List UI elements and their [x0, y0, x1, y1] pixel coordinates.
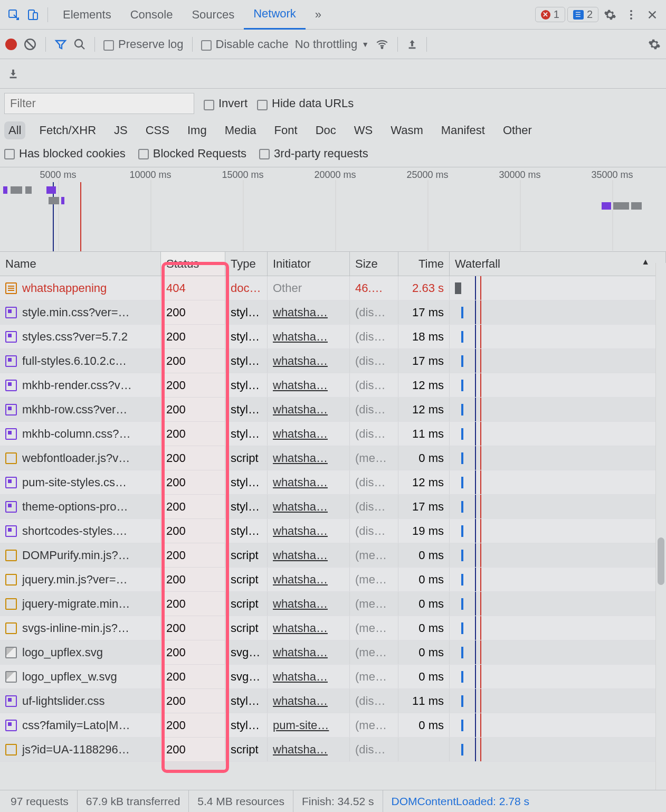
table-row[interactable]: DOMPurify.min.js?…200scriptwhatsha…(me…0…: [0, 543, 666, 568]
blocked-requests-checkbox[interactable]: Blocked Requests: [138, 147, 246, 160]
table-row[interactable]: jquery-migrate.min…200scriptwhatsha…(me……: [0, 592, 666, 616]
throttling-select[interactable]: No throttling▼: [295, 37, 369, 51]
tab-sources[interactable]: Sources: [182, 0, 244, 30]
filter-type-css[interactable]: CSS: [141, 121, 174, 139]
table-row[interactable]: uf-lightslider.css200styl…whatsha…(dis…1…: [0, 689, 666, 713]
col-size[interactable]: Size: [350, 252, 398, 276]
gear-icon[interactable]: [601, 5, 620, 24]
filter-type-js[interactable]: JS: [110, 121, 132, 139]
table-row[interactable]: webfontloader.js?v…200scriptwhatsha…(me……: [0, 446, 666, 470]
table-row[interactable]: logo_upflex.svg200svg…whatsha…(me…0 ms: [0, 640, 666, 665]
blocked-cookies-checkbox[interactable]: Has blocked cookies: [4, 147, 126, 160]
table-row[interactable]: shortcodes-styles.…200styl…whatsha…(dis……: [0, 519, 666, 543]
table-row[interactable]: pum-site-styles.cs…200styl…whatsha…(dis……: [0, 470, 666, 495]
initiator-link[interactable]: whatsha…: [273, 549, 328, 562]
col-type[interactable]: Type: [225, 252, 268, 276]
col-name[interactable]: Name: [0, 252, 161, 276]
initiator-link[interactable]: whatsha…: [273, 573, 328, 587]
table-row[interactable]: mkhb-row.css?ver…200styl…whatsha…(dis…12…: [0, 398, 666, 422]
error-count: 1: [554, 8, 559, 21]
initiator-link[interactable]: whatsha…: [273, 306, 328, 319]
inspect-element-icon[interactable]: [4, 5, 23, 24]
filter-type-fetchxhr[interactable]: Fetch/XHR: [35, 121, 100, 139]
initiator-link[interactable]: pum-site…: [273, 719, 329, 732]
device-toolbar-icon[interactable]: [23, 5, 42, 24]
initiator-link[interactable]: whatsha…: [273, 354, 328, 368]
table-row[interactable]: css?family=Lato|M…200styl…pum-site…(me…0…: [0, 713, 666, 738]
request-name: shortcodes-styles.…: [22, 524, 127, 538]
table-row[interactable]: style.min.css?ver=…200styl…whatsha…(dis……: [0, 300, 666, 325]
third-party-checkbox[interactable]: 3rd-party requests: [259, 147, 368, 160]
table-row[interactable]: svgs-inline-min.js?…200scriptwhatsha…(me…: [0, 616, 666, 640]
error-count-pill[interactable]: ✕1: [535, 7, 565, 22]
close-icon[interactable]: [643, 5, 662, 24]
vertical-scrollbar[interactable]: [655, 263, 666, 790]
initiator-link[interactable]: whatsha…: [273, 670, 328, 684]
filter-type-all[interactable]: All: [4, 121, 25, 139]
table-row[interactable]: js?id=UA-1188296…200scriptwhatsha…(dis…: [0, 738, 666, 762]
initiator-link[interactable]: whatsha…: [273, 500, 328, 514]
filter-type-other[interactable]: Other: [499, 121, 536, 139]
waterfall-cell: [450, 373, 666, 397]
info-count-pill[interactable]: ☰2: [567, 7, 598, 22]
disable-cache-checkbox[interactable]: Disable cache: [201, 37, 289, 51]
table-row[interactable]: whatshappening404doc…Other46.…2.63 s: [0, 276, 666, 300]
timeline-overview[interactable]: 5000 ms10000 ms15000 ms20000 ms25000 ms3…: [0, 167, 666, 252]
filter-type-wasm[interactable]: Wasm: [386, 121, 427, 139]
record-button[interactable]: [5, 39, 17, 50]
initiator-link[interactable]: whatsha…: [273, 427, 328, 441]
type-cell: styl…: [225, 470, 268, 494]
col-initiator[interactable]: Initiator: [268, 252, 350, 276]
kebab-icon[interactable]: [622, 5, 641, 24]
table-row[interactable]: logo_upflex_w.svg200svg…whatsha…(me…0 ms: [0, 665, 666, 689]
tab-elements[interactable]: Elements: [53, 0, 121, 30]
table-row[interactable]: theme-options-pro…200styl…whatsha…(dis…1…: [0, 495, 666, 519]
initiator-link[interactable]: whatsha…: [273, 694, 328, 708]
filter-type-img[interactable]: Img: [183, 121, 211, 139]
time-cell: 0 ms: [398, 665, 450, 688]
download-har-icon[interactable]: [7, 68, 19, 80]
invert-checkbox[interactable]: Invert: [204, 97, 248, 110]
table-row[interactable]: mkhb-column.css?…200styl…whatsha…(dis…11…: [0, 422, 666, 446]
table-row[interactable]: jquery.min.js?ver=…200scriptwhatsha…(me……: [0, 568, 666, 592]
upload-har-icon[interactable]: [406, 39, 418, 50]
request-name: styles.css?ver=5.7.2: [22, 330, 128, 344]
filter-type-ws[interactable]: WS: [350, 121, 377, 139]
tab-more[interactable]: »: [306, 0, 331, 30]
search-icon[interactable]: [73, 38, 86, 51]
initiator-link[interactable]: whatsha…: [273, 330, 328, 344]
filter-type-media[interactable]: Media: [221, 121, 261, 139]
preserve-log-checkbox[interactable]: Preserve log: [103, 37, 184, 51]
col-waterfall[interactable]: Waterfall▲: [450, 252, 666, 276]
timeline-tick: 35000 ms: [591, 169, 633, 181]
initiator-link[interactable]: whatsha…: [273, 646, 328, 659]
clear-icon[interactable]: [23, 37, 37, 51]
filter-type-font[interactable]: Font: [270, 121, 302, 139]
scrollbar-thumb[interactable]: [658, 537, 664, 585]
filter-type-manifest[interactable]: Manifest: [437, 121, 489, 139]
type-cell: script: [225, 738, 268, 761]
col-time[interactable]: Time: [398, 252, 450, 276]
initiator-link[interactable]: whatsha…: [273, 524, 328, 538]
initiator-link[interactable]: whatsha…: [273, 621, 328, 635]
table-row[interactable]: mkhb-render.css?v…200styl…whatsha…(dis…1…: [0, 373, 666, 398]
tab-network[interactable]: Network: [244, 0, 306, 30]
download-row: [0, 59, 666, 89]
wifi-icon[interactable]: [375, 37, 389, 51]
initiator-link[interactable]: whatsha…: [273, 743, 328, 757]
initiator-link[interactable]: whatsha…: [273, 476, 328, 489]
filter-type-doc[interactable]: Doc: [311, 121, 340, 139]
table-row[interactable]: full-styles.6.10.2.c…200styl…whatsha…(di…: [0, 349, 666, 373]
col-status[interactable]: Status: [161, 252, 225, 276]
filter-input[interactable]: [4, 93, 194, 114]
initiator-link[interactable]: whatsha…: [273, 403, 328, 417]
type-cell: svg…: [225, 640, 268, 664]
table-row[interactable]: styles.css?ver=5.7.2200styl…whatsha…(dis…: [0, 325, 666, 349]
settings-gear-icon[interactable]: [648, 38, 661, 51]
filter-icon[interactable]: [54, 38, 67, 51]
initiator-link[interactable]: whatsha…: [273, 451, 328, 465]
initiator-link[interactable]: whatsha…: [273, 379, 328, 392]
initiator-link[interactable]: whatsha…: [273, 597, 328, 611]
tab-console[interactable]: Console: [121, 0, 183, 30]
hide-data-urls-checkbox[interactable]: Hide data URLs: [257, 97, 354, 110]
